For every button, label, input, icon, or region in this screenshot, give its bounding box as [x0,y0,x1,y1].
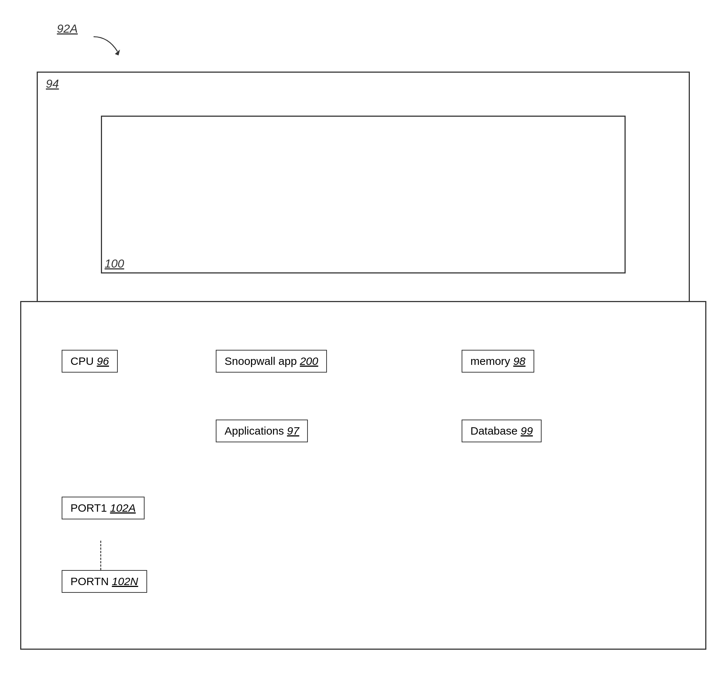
snoopwall-box: Snoopwall app 200 [216,350,327,373]
port-dashed-line [100,541,101,570]
label-94: 94 [46,77,59,91]
arrow-92a-icon [90,35,123,57]
svg-marker-0 [115,49,120,55]
portn-label: PORTN [71,575,108,587]
snoopwall-id: 200 [300,355,318,367]
database-id: 99 [521,425,533,437]
hardware-box: CPU 96 Snoopwall app 200 memory 98 Appli… [20,301,706,650]
portn-box: PORTN 102N [62,570,147,593]
inner-display-box [101,116,625,273]
label-100: 100 [105,257,124,270]
port1-box: PORT1 102A [62,497,144,519]
cpu-label: CPU [71,355,94,367]
applications-label: Applications [225,425,284,437]
memory-label: memory [470,355,510,367]
label-92a: 92A [57,22,78,36]
memory-id: 98 [513,355,526,367]
cpu-id: 96 [97,355,109,367]
port1-label: PORT1 [71,502,107,514]
applications-id: 97 [287,425,299,437]
snoopwall-label: Snoopwall app [225,355,297,367]
database-label: Database [470,425,517,437]
applications-box: Applications 97 [216,419,308,442]
portn-id: 102N [112,575,138,587]
diagram-container: 92A 94 100 CPU 96 Snoopwall app 200 memo… [0,0,728,700]
database-box: Database 99 [462,419,542,442]
memory-box: memory 98 [462,350,534,373]
port1-id: 102A [110,502,136,514]
cpu-box: CPU 96 [62,350,118,373]
